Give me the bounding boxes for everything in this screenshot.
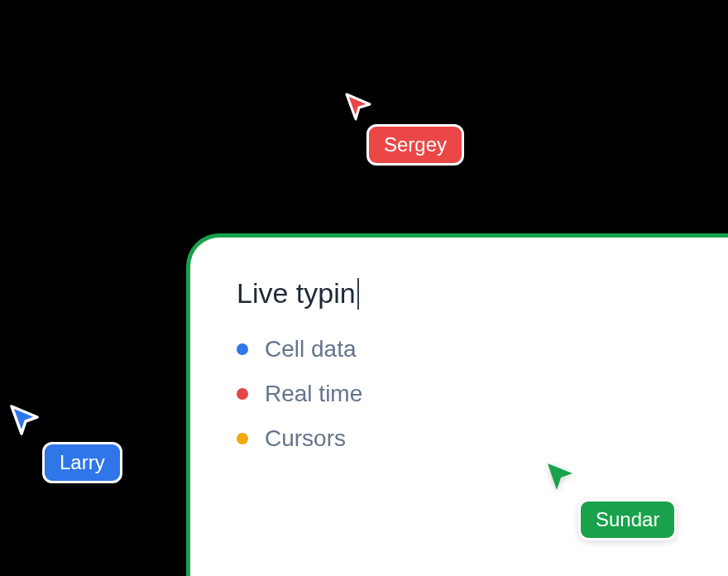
user-cursor-sergey: Sergey — [342, 89, 464, 166]
typing-content: Live typin — [237, 277, 356, 310]
list-item: Real time — [237, 381, 682, 407]
bullet-icon — [237, 433, 248, 444]
live-typing-text: Live typin — [237, 277, 682, 310]
user-cursor-sundar: Sundar — [542, 458, 677, 540]
list-item-label: Cell data — [265, 336, 357, 362]
cursor-name-label: Sundar — [578, 499, 677, 540]
cursor-name-label: Sergey — [366, 124, 464, 166]
bullet-icon — [237, 343, 248, 355]
cursor-pointer-icon — [542, 458, 677, 496]
cursor-name-label: Larry — [42, 442, 122, 483]
cursor-pointer-icon — [6, 401, 122, 440]
list-item: Cell data — [237, 336, 682, 362]
text-caret-icon — [357, 278, 359, 310]
user-cursor-larry: Larry — [6, 401, 122, 483]
list-item-label: Cursors — [265, 425, 346, 452]
list-item-label: Real time — [265, 381, 362, 407]
bullet-icon — [237, 388, 248, 400]
cursor-pointer-icon — [342, 89, 464, 124]
list-item: Cursors — [237, 425, 682, 452]
feature-list: Cell data Real time Cursors — [237, 336, 682, 452]
